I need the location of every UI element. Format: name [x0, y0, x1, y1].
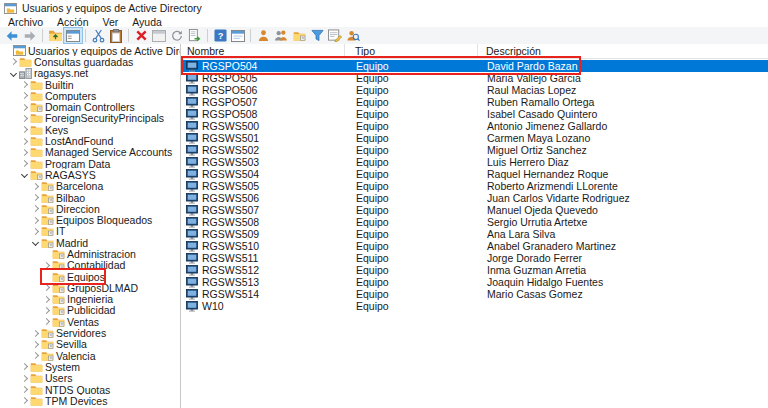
chevron-right-icon[interactable] — [32, 205, 39, 212]
tree-item-keys[interactable]: Keys — [0, 124, 180, 135]
chevron-right-icon[interactable] — [21, 397, 28, 404]
table-row[interactable]: RGSWS503EquipoLuis Herrero Diaz — [183, 156, 768, 168]
tree-item-direccion[interactable]: Direccion — [0, 203, 180, 214]
table-row[interactable]: RGSPO504EquipoDavid Pardo Bazan — [183, 60, 768, 72]
column-header-descripcion[interactable]: Descripción — [478, 44, 768, 58]
table-row[interactable]: RGSWS500EquipoAntonio Jimenez Gallardo — [183, 120, 768, 132]
chevron-right-icon[interactable] — [32, 330, 39, 337]
tree-item-domain-controllers[interactable]: Domain Controllers — [0, 101, 180, 112]
column-header-tipo[interactable]: Tipo — [345, 44, 478, 58]
table-row[interactable]: RGSWS513EquipoJoaquin Hidalgo Fuentes — [183, 276, 768, 288]
tree-item-foreignsecurityprincipals[interactable]: ForeignSecurityPrincipals — [0, 113, 180, 124]
tree-item-users[interactable]: Users — [0, 373, 180, 384]
tree-item-managed-service-accounts[interactable]: Managed Service Accounts — [0, 147, 180, 158]
chevron-down-icon[interactable] — [10, 70, 17, 77]
chevron-right-icon[interactable] — [43, 262, 50, 269]
chevron-right-icon[interactable] — [21, 104, 28, 111]
chevron-right-icon[interactable] — [21, 160, 28, 167]
tree-item-gruposdlmad[interactable]: GruposDLMAD — [0, 282, 180, 293]
chevron-right-icon[interactable] — [10, 58, 17, 65]
chevron-right-icon[interactable] — [43, 296, 50, 303]
chevron-down-icon[interactable] — [21, 171, 28, 178]
chevron-right-icon[interactable] — [21, 363, 28, 370]
tree-item-ingenieria[interactable]: Ingenieria — [0, 294, 180, 305]
up-one-level-button[interactable] — [46, 28, 64, 43]
menu-archivo[interactable]: Archivo — [1, 16, 50, 28]
table-row[interactable]: RGSWS504EquipoRaquel Hernandez Roque — [183, 168, 768, 180]
advanced-properties-button[interactable] — [326, 28, 344, 43]
tree-item-valencia[interactable]: Valencia — [0, 350, 180, 361]
properties-button[interactable] — [150, 28, 168, 43]
tree-item-computers[interactable]: Computers — [0, 90, 180, 101]
tree-item-servidores[interactable]: Servidores — [0, 327, 180, 338]
chevron-right-icon[interactable] — [32, 217, 39, 224]
tree-item-it[interactable]: IT — [0, 226, 180, 237]
chevron-right-icon[interactable] — [21, 137, 28, 144]
new-user-button[interactable] — [254, 28, 272, 43]
chevron-right-icon[interactable] — [32, 183, 39, 190]
chevron-right-icon[interactable] — [21, 92, 28, 99]
show-hide-console-tree-button[interactable] — [64, 28, 82, 43]
new-group-button[interactable] — [272, 28, 290, 43]
tree-item-bilbao[interactable]: Bilbao — [0, 192, 180, 203]
table-row[interactable]: RGSWS508EquipoSergio Urrutia Artetxe — [183, 216, 768, 228]
table-row[interactable]: RGSWS507EquipoManuel Ojeda Quevedo — [183, 204, 768, 216]
chevron-right-icon[interactable] — [21, 126, 28, 133]
table-row[interactable]: RGSWS512EquipoInma Guzman Arretia — [183, 264, 768, 276]
chevron-right-icon[interactable] — [43, 318, 50, 325]
cut-button[interactable] — [89, 28, 107, 43]
table-row[interactable]: RGSPO508EquipoIsabel Casado Quintero — [183, 108, 768, 120]
column-header-nombre[interactable]: Nombre — [183, 44, 345, 58]
tree-item-tpm-devices[interactable]: TPM Devices — [0, 395, 180, 406]
tree-item-ragasys[interactable]: RAGASYS — [0, 169, 180, 180]
chevron-right-icon[interactable] — [21, 386, 28, 393]
table-row[interactable]: RGSWS510EquipoAnabel Granadero Martinez — [183, 240, 768, 252]
tree-item-administracion[interactable]: Administracion — [0, 248, 180, 259]
tree-item-usuarios-y-equipos-de-active-directory-dc01rg[interactable]: Usuarios y equipos de Active Directory [… — [0, 45, 180, 56]
tree-item-sevilla[interactable]: Sevilla — [0, 339, 180, 350]
new-ou-button[interactable] — [290, 28, 308, 43]
menu-accion[interactable]: Acción — [50, 16, 96, 28]
tree-item-builtin[interactable]: Builtin — [0, 79, 180, 90]
tree-item-equipos[interactable]: Equipos — [0, 271, 180, 282]
chevron-right-icon[interactable] — [32, 194, 39, 201]
chevron-right-icon[interactable] — [21, 115, 28, 122]
forward-button[interactable] — [21, 28, 39, 43]
tree-item-equipos-bloqueados[interactable]: Equipos Bloqueados — [0, 214, 180, 225]
tree-item-madrid[interactable]: Madrid — [0, 237, 180, 248]
tree-item-publicidad[interactable]: Publicidad — [0, 305, 180, 316]
chevron-right-icon[interactable] — [21, 81, 28, 88]
table-row[interactable]: RGSWS501EquipoCarmen Maya Lozano — [183, 132, 768, 144]
tree-item-lostandfound[interactable]: LostAndFound — [0, 135, 180, 146]
tree-item-ventas[interactable]: Ventas — [0, 316, 180, 327]
table-row[interactable]: RGSWS511EquipoJorge Dorado Ferrer — [183, 252, 768, 264]
help-button[interactable]: ? — [211, 28, 229, 43]
delete-button[interactable] — [132, 28, 150, 43]
table-row[interactable]: W10Equipo — [183, 300, 768, 312]
console-window-button[interactable] — [229, 28, 247, 43]
tree-item-barcelona[interactable]: Barcelona — [0, 181, 180, 192]
tree-item-ragasys-net[interactable]: ragasys.net — [0, 68, 180, 79]
tree-item-consultas-guardadas[interactable]: Consultas guardadas — [0, 56, 180, 67]
find-button[interactable] — [344, 28, 362, 43]
tree-item-program-data[interactable]: Program Data — [0, 158, 180, 169]
table-row[interactable]: RGSPO507EquipoRuben Ramallo Ortega — [183, 96, 768, 108]
tree-item-contabilidad[interactable]: Contabilidad — [0, 260, 180, 271]
chevron-right-icon[interactable] — [21, 375, 28, 382]
table-row[interactable]: RGSWS509EquipoAna Lara Silva — [183, 228, 768, 240]
chevron-right-icon[interactable] — [21, 149, 28, 156]
table-row[interactable]: RGSPO505EquipoMaria Vallejo Garcia — [183, 72, 768, 84]
table-row[interactable]: RGSPO506EquipoRaul Macias Lopez — [183, 84, 768, 96]
menu-ayuda[interactable]: Ayuda — [125, 16, 169, 28]
chevron-right-icon[interactable] — [32, 352, 39, 359]
back-button[interactable] — [3, 28, 21, 43]
chevron-right-icon[interactable] — [32, 341, 39, 348]
chevron-down-icon[interactable] — [32, 239, 39, 246]
table-row[interactable]: RGSWS506EquipoJuan Carlos Vidarte Rodrig… — [183, 192, 768, 204]
table-row[interactable]: RGSWS502EquipoMiguel Ortiz Sanchez — [183, 144, 768, 156]
chevron-right-icon[interactable] — [43, 307, 50, 314]
menu-ver[interactable]: Ver — [96, 16, 126, 28]
export-list-button[interactable] — [186, 28, 204, 43]
filter-button[interactable] — [308, 28, 326, 43]
refresh-button[interactable] — [168, 28, 186, 43]
